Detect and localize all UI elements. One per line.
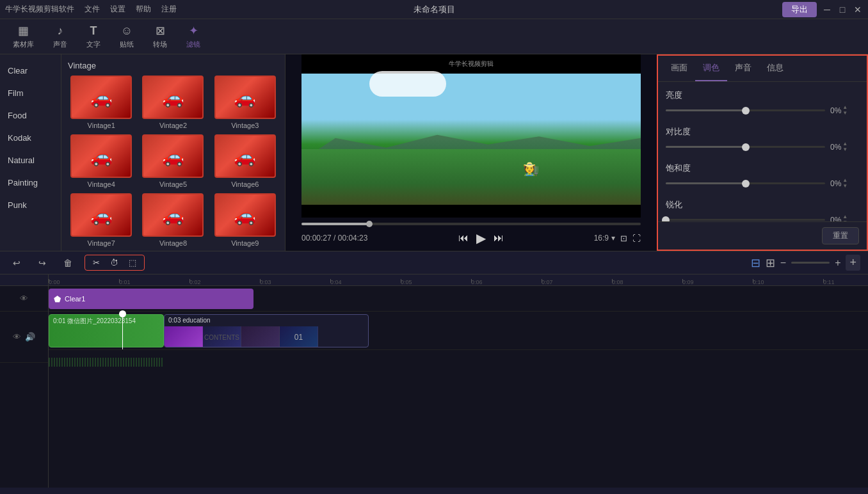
step-back-button[interactable]: ⏮: [458, 232, 469, 244]
brightness-down[interactable]: ▼: [842, 111, 848, 116]
tab-screen[interactable]: 画面: [663, 56, 695, 81]
saturation-control: 饱和度 0% ▲ ▼: [666, 163, 859, 189]
timeline-ruler: 0:00 0:01 0:02 0:03 0:04 0:05 0:06 0:07 …: [49, 275, 868, 286]
tab-audio[interactable]: 声音: [727, 56, 759, 81]
ruler-7: 0:07: [542, 279, 612, 285]
zoom-slider[interactable]: [791, 262, 830, 264]
reset-button[interactable]: 重置: [822, 227, 859, 244]
close-button[interactable]: ✕: [853, 4, 863, 15]
filter-film[interactable]: Film: [0, 82, 61, 104]
right-panel-content: 亮度 0% ▲ ▼ 对比度: [658, 82, 867, 221]
filter-track-eye[interactable]: 👁: [20, 294, 28, 303]
delete-button[interactable]: 🗑: [59, 254, 77, 272]
video-progress-bar[interactable]: [301, 223, 641, 225]
menu-register[interactable]: 注册: [161, 4, 177, 15]
crop-tool[interactable]: ⬚: [125, 257, 140, 269]
filter-vintage2[interactable]: Vintage2: [140, 76, 206, 129]
ruler-0: 0:00: [49, 279, 119, 285]
saturation-slider[interactable]: [666, 182, 825, 184]
filter-vintage5[interactable]: Vintage5: [140, 134, 206, 188]
filter-vintage1[interactable]: Vintage1: [68, 76, 134, 129]
video-person: 🧑‍🌾: [523, 161, 539, 177]
toolbar-material[interactable]: ▦ 素材库: [13, 24, 34, 49]
contrast-slider[interactable]: [666, 146, 825, 148]
video-controls: 00:00:27 / 00:04:23 ⏮ ▶ ⏭ 16:9 ▾ ⊡ ⛶: [301, 218, 641, 251]
fullscreen-small-button[interactable]: ⊡: [620, 234, 627, 243]
sharpness-slider[interactable]: [666, 219, 825, 221]
transition-label: 转场: [153, 40, 167, 49]
ruler-marks: 0:00 0:01 0:02 0:03 0:04 0:05 0:06 0:07 …: [49, 279, 868, 285]
ruler-9: 0:09: [682, 279, 753, 285]
filter-clip[interactable]: ⬟ Clear1: [49, 289, 253, 309]
tab-info[interactable]: 信息: [759, 56, 791, 81]
ruler-5: 0:05: [401, 279, 471, 285]
menu-help[interactable]: 帮助: [136, 4, 151, 15]
timeline-empty-area: [49, 368, 868, 488]
filter-vintage6[interactable]: Vintage6: [212, 134, 278, 188]
toolbar-filter[interactable]: ✦ 滤镜: [186, 24, 200, 49]
toolbar-text[interactable]: T 文字: [86, 24, 100, 49]
saturation-up[interactable]: ▲: [842, 178, 848, 183]
toolbar-audio[interactable]: ♪ 声音: [53, 24, 67, 49]
playhead[interactable]: [122, 312, 123, 349]
filter-vintage8[interactable]: Vintage8: [140, 193, 206, 247]
filter-food[interactable]: Food: [0, 104, 61, 127]
video-track-audio[interactable]: 🔊: [25, 332, 35, 342]
filter-clip-track: ⬟ Clear1: [49, 286, 868, 312]
redo-button[interactable]: ↪: [33, 254, 51, 272]
filter-kodak[interactable]: Kodak: [0, 127, 61, 149]
video-frame: 🧑‍🌾 牛学长视频剪辑: [301, 54, 641, 218]
speed-tool[interactable]: ⏱: [106, 257, 122, 269]
thumb-purple: [165, 326, 203, 347]
project-name: 未命名项目: [414, 4, 455, 15]
brightness-slider[interactable]: [666, 109, 825, 111]
video-track-eye[interactable]: 👁: [13, 332, 21, 342]
filter-vintage9[interactable]: Vintage9: [212, 193, 278, 247]
video-ratio[interactable]: 16:9 ▾: [594, 234, 615, 243]
track-type-icon[interactable]: ⊟: [751, 256, 760, 270]
zoom-in-button[interactable]: +: [835, 257, 840, 269]
maximize-button[interactable]: □: [837, 4, 848, 15]
menu-file[interactable]: 文件: [84, 4, 100, 15]
audio-icon: ♪: [58, 24, 63, 38]
filter-natural[interactable]: Natural: [0, 149, 61, 171]
brightness-up[interactable]: ▲: [842, 105, 848, 110]
fullscreen-button[interactable]: ⛶: [632, 234, 641, 243]
contrast-down[interactable]: ▼: [842, 147, 848, 152]
sharpness-label: 锐化: [666, 199, 859, 211]
step-forward-button[interactable]: ⏭: [494, 232, 504, 244]
video-clip-1[interactable]: 0:01 微信图片_20220323154: [49, 314, 164, 347]
filter-vintage3[interactable]: Vintage3: [212, 76, 278, 129]
toolbar-sticker[interactable]: ☺ 贴纸: [120, 24, 134, 49]
filter-vintage7[interactable]: Vintage7: [68, 193, 134, 247]
toolbar-transition[interactable]: ⊠ 转场: [153, 24, 167, 49]
ruler-11: 0:11: [823, 279, 868, 285]
menu-settings[interactable]: 设置: [110, 4, 125, 15]
filter-punk[interactable]: Punk: [0, 194, 61, 216]
saturation-down[interactable]: ▼: [842, 184, 848, 189]
sharpness-up[interactable]: ▲: [842, 214, 848, 219]
zoom-out-button[interactable]: −: [780, 257, 786, 269]
export-button[interactable]: 导出: [782, 2, 817, 17]
cut-tool[interactable]: ✂: [89, 257, 104, 269]
contrast-control: 对比度 0% ▲ ▼: [666, 126, 859, 152]
sharpness-value: 0% ▲ ▼: [830, 214, 859, 221]
filter-icon: ✦: [189, 24, 198, 38]
ruler-4: 0:04: [330, 279, 401, 285]
timeline-body: 👁 👁 🔊 0:00 0:01 0:02 0:03 0:04 0:05 0:06: [0, 275, 868, 488]
video-clip-2[interactable]: 0:03 education CONTENTS 01: [164, 314, 369, 347]
undo-button[interactable]: ↩: [8, 254, 26, 272]
play-button[interactable]: ▶: [476, 230, 486, 246]
filter-label: 滤镜: [186, 40, 200, 49]
filter-vintage4[interactable]: Vintage4: [68, 134, 134, 188]
add-track-button[interactable]: +: [846, 255, 860, 271]
minimize-button[interactable]: ─: [822, 4, 832, 15]
ruler-2: 0:02: [189, 279, 260, 285]
main-layout: Clear Film Food Kodak Natural Painting P…: [0, 54, 868, 251]
contrast-up[interactable]: ▲: [842, 141, 848, 147]
filter-clear[interactable]: Clear: [0, 60, 61, 82]
filter-painting[interactable]: Painting: [0, 171, 61, 194]
video-ctrl-row: 00:00:27 / 00:04:23 ⏮ ▶ ⏭ 16:9 ▾ ⊡ ⛶: [301, 230, 641, 246]
tab-color[interactable]: 调色: [695, 56, 727, 81]
waveform-icon[interactable]: ⊞: [766, 256, 775, 270]
